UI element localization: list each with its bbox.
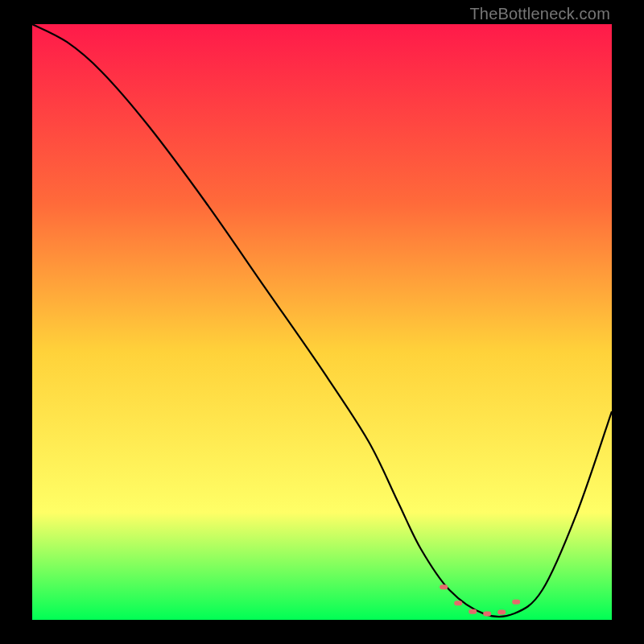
optimal-marker [454, 601, 462, 605]
chart-container: TheBottleneck.com [0, 0, 644, 644]
watermark-text: TheBottleneck.com [469, 5, 610, 23]
optimal-marker [512, 600, 520, 605]
plot-area [32, 24, 612, 620]
optimal-marker [469, 609, 477, 614]
optimal-marker [497, 609, 506, 614]
optimal-marker [440, 584, 448, 589]
gradient-background [32, 24, 612, 620]
optimal-marker [483, 612, 491, 617]
chart-svg [32, 24, 612, 620]
